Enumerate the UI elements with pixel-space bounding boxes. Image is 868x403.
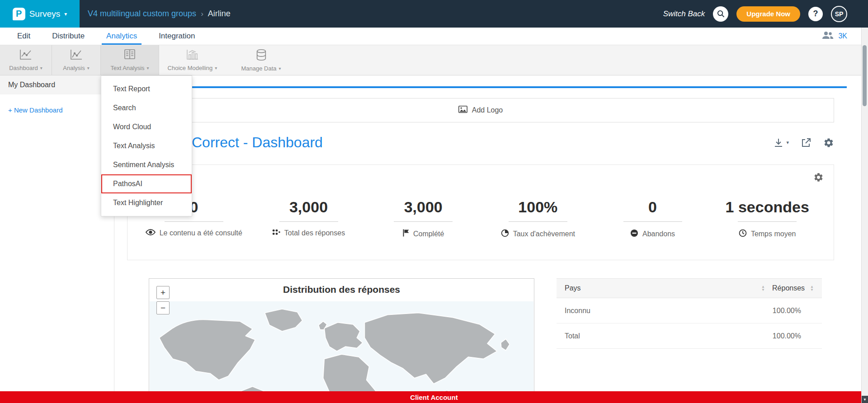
nav-tabs: Edit Distribute Analytics Integration <box>6 28 206 45</box>
client-account-label: Client Account <box>410 394 458 401</box>
percentage-cell: 100.00% <box>773 307 801 315</box>
stat-completed: 3,000 Complété <box>366 198 481 239</box>
gauge-icon <box>501 229 509 239</box>
upgrade-now-button[interactable]: Upgrade Now <box>736 6 800 22</box>
vertical-scrollbar[interactable]: ▼ <box>861 28 868 403</box>
toolbar-manage-data-button[interactable]: Manage Data▾ <box>226 45 297 75</box>
percentage-cell: 100.00% <box>773 332 801 340</box>
zoom-out-button[interactable]: − <box>156 301 170 314</box>
respondents-count: 3K <box>838 32 847 40</box>
toolbar-choice-modelling-button[interactable]: Choice Modelling▾ <box>159 45 226 75</box>
dashboard-sidebar: My Dashboard + New Dashboard <box>0 75 114 391</box>
distribution-section: Distribution des réponses + − <box>127 278 834 403</box>
toolbar-choice-modelling-label: Choice Modelling <box>168 65 213 71</box>
database-icon <box>255 49 267 63</box>
menu-item-sentiment-analysis[interactable]: Sentiment Analysis <box>101 155 192 174</box>
chevron-down-icon: ▾ <box>279 66 281 71</box>
toolbar-dashboard-button[interactable]: Dashboard▾ <box>0 45 52 75</box>
stat-value: 0 <box>595 198 710 216</box>
tab-distribute[interactable]: Distribute <box>41 28 95 45</box>
stat-label: Complété <box>413 230 444 238</box>
dashboard-actions: ▾ <box>773 137 834 148</box>
tab-edit[interactable]: Edit <box>6 28 41 45</box>
stat-label: Taux d'achèvement <box>513 230 575 238</box>
menu-item-text-highlighter[interactable]: Text Highlighter <box>101 193 192 212</box>
chevron-down-icon: ▾ <box>786 140 789 145</box>
chevron-down-icon: ▾ <box>147 66 149 70</box>
breadcrumb-survey-link[interactable]: V4 multilingual custom groups <box>88 9 196 19</box>
stat-total-responses: 3,000 Total des réponses <box>251 198 366 239</box>
map-title: Distribution des réponses <box>149 279 534 295</box>
stat-label: Total des réponses <box>284 229 345 237</box>
image-icon <box>458 106 467 115</box>
brand-label: Surveys <box>29 9 61 19</box>
table-row: Total 100.00% <box>557 323 822 349</box>
menu-item-text-report[interactable]: Text Report <box>101 80 192 98</box>
search-icon[interactable] <box>713 6 728 22</box>
chevron-down-icon: ▾ <box>87 66 90 70</box>
toolbar-analysis-button[interactable]: Analysis▾ <box>52 45 101 75</box>
scrollbar-thumb[interactable] <box>863 45 867 106</box>
tab-analytics[interactable]: Analytics <box>95 28 148 45</box>
people-icon <box>822 31 834 41</box>
country-cell: Total <box>565 332 580 340</box>
sort-icon[interactable]: ▲▼ <box>761 285 765 291</box>
table-row: Inconnu 100.00% <box>557 298 822 323</box>
zoom-in-button[interactable]: + <box>156 286 170 299</box>
stat-value: 3,000 <box>251 198 366 216</box>
help-icon[interactable]: ? <box>808 7 823 21</box>
header-actions: Switch Back Upgrade Now ? SP <box>663 6 868 22</box>
country-responses-table: Pays ▲▼ Réponses ▲▼ Inconnu 100.00% Tota… <box>557 278 822 349</box>
stat-label: Temps moyen <box>751 230 796 238</box>
chevron-down-icon: ▾ <box>64 11 67 17</box>
add-logo-label: Add Logo <box>472 106 503 114</box>
breadcrumb-separator: › <box>201 9 203 19</box>
survey-nav: Edit Distribute Analytics Integration 3K <box>0 28 868 45</box>
tab-integration[interactable]: Integration <box>148 28 206 45</box>
new-dashboard-link[interactable]: + New Dashboard <box>8 106 62 114</box>
stat-value: 100% <box>481 198 595 216</box>
stat-label: Le contenu a été consulté <box>160 229 242 237</box>
sidebar-item-my-dashboard[interactable]: My Dashboard <box>0 75 114 94</box>
menu-item-search[interactable]: Search <box>101 98 192 117</box>
stat-value: 1 secondes <box>710 198 825 216</box>
sort-icon[interactable]: ▲▼ <box>810 285 814 291</box>
widget-settings-gear-icon[interactable] <box>813 172 824 184</box>
column-header-reponses[interactable]: Réponses <box>772 284 805 292</box>
chevron-down-icon: ▾ <box>215 66 217 70</box>
menu-item-text-analysis[interactable]: Text Analysis <box>101 136 192 155</box>
top-header: P Surveys ▾ V4 multilingual custom group… <box>0 0 868 28</box>
share-button[interactable] <box>801 137 811 148</box>
country-cell: Inconnu <box>565 307 590 315</box>
toolbar-text-analysis-button[interactable]: Text Analysis▾ <box>101 45 159 75</box>
stats-row: 0 Le contenu a été consulté 3,000 Total … <box>137 198 825 239</box>
surveys-product-menu[interactable]: P Surveys ▾ <box>0 0 80 28</box>
bar-chart-icon <box>186 49 199 62</box>
add-logo-button[interactable]: Add Logo <box>127 98 834 122</box>
menu-item-pathosai[interactable]: PathosAI <box>101 174 192 193</box>
scrollbar-down-arrow[interactable]: ▼ <box>862 396 868 403</box>
chevron-down-icon: ▾ <box>40 66 42 70</box>
avatar[interactable]: SP <box>831 6 847 22</box>
stat-completion-rate: 100% Taux d'achèvement <box>481 198 595 239</box>
toolbar-dashboard-label: Dashboard <box>9 65 38 71</box>
download-button[interactable]: ▾ <box>773 137 789 148</box>
dashboard-main: Add Logo Correct - Dashboard ▾ <box>114 75 847 391</box>
settings-gear-icon[interactable] <box>823 137 834 148</box>
world-map[interactable] <box>150 301 533 403</box>
stat-dropouts: 0 Abandons <box>595 198 710 239</box>
map-zoom-controls: + − <box>156 286 170 314</box>
switch-back-link[interactable]: Switch Back <box>663 9 705 19</box>
stat-value: 3,000 <box>366 198 481 216</box>
questionpro-logo: P <box>13 8 25 20</box>
table-header: Pays ▲▼ Réponses ▲▼ <box>557 278 822 298</box>
active-tab-indicator <box>114 86 847 88</box>
breadcrumb: V4 multilingual custom groups › Airline <box>88 9 231 19</box>
eye-icon <box>146 229 156 237</box>
toolbar-manage-data-label: Manage Data <box>241 65 276 72</box>
line-chart-icon <box>19 49 32 62</box>
analytics-toolbar: Dashboard▾ Analysis▾ Text Analysis▾ Choi… <box>0 45 868 75</box>
column-header-pays[interactable]: Pays <box>565 284 581 292</box>
toolbar-text-analysis-label: Text Analysis <box>110 65 144 71</box>
menu-item-word-cloud[interactable]: Word Cloud <box>101 117 192 136</box>
